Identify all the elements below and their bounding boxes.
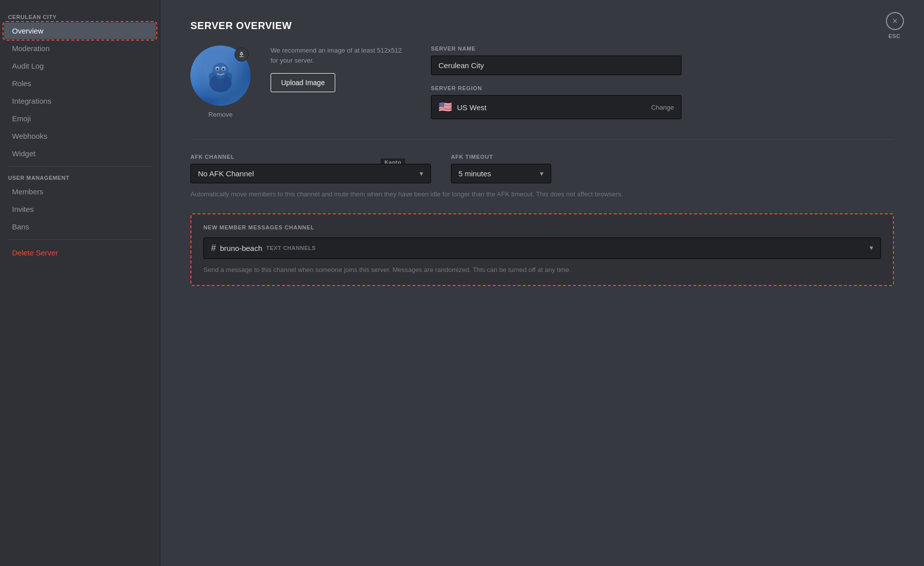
page-title: SERVER OVERVIEW xyxy=(190,20,894,32)
main-content: × ESC SERVER OVERVIEW xyxy=(160,0,924,566)
sidebar-item-widget[interactable]: Widget xyxy=(4,145,156,162)
afk-hint: Automatically move members to this chann… xyxy=(190,189,894,199)
afk-channel-select-wrapper: Kanto No AFK Channel ▼ xyxy=(190,164,431,183)
region-name: US West xyxy=(457,103,487,112)
new-member-messages-section: NEW MEMBER MESSAGES CHANNEL # bruno-beac… xyxy=(190,213,894,287)
afk-row: AFK CHANNEL Kanto No AFK Channel ▼ AFK T… xyxy=(190,154,894,183)
server-region-label: SERVER REGION xyxy=(431,85,681,91)
sidebar: CERULEAN CITY Overview Moderation Audit … xyxy=(0,0,160,566)
us-flag-icon: 🇺🇸 xyxy=(438,101,452,114)
change-region-link[interactable]: Change xyxy=(651,104,674,111)
afk-timeout-section: AFK TIMEOUT 5 minutes ▼ xyxy=(451,154,551,183)
upload-icon xyxy=(238,51,245,58)
server-image-section: Remove xyxy=(190,46,251,118)
server-overview-row: Remove We recommend an image of at least… xyxy=(190,46,894,119)
svg-point-4 xyxy=(216,68,218,70)
sidebar-item-emoji[interactable]: Emoji xyxy=(4,110,156,127)
server-name-label: SERVER NAME xyxy=(431,46,681,52)
sidebar-item-audit-log[interactable]: Audit Log xyxy=(4,58,156,74)
channel-type-badge: TEXT CHANNELS xyxy=(266,245,316,251)
avatar-upload-overlay-button[interactable] xyxy=(235,48,249,62)
server-name-input[interactable] xyxy=(431,56,681,75)
sidebar-server-name: CERULEAN CITY xyxy=(0,10,160,22)
remove-avatar-link[interactable]: Remove xyxy=(208,111,233,118)
channel-name: bruno-beach xyxy=(220,244,262,252)
afk-channel-section: AFK CHANNEL Kanto No AFK Channel ▼ xyxy=(190,154,431,183)
afk-channel-select-field-wrapper: No AFK Channel ▼ xyxy=(190,164,431,183)
avatar-image xyxy=(200,56,241,96)
channel-select-inner: # bruno-beach TEXT CHANNELS xyxy=(204,238,880,258)
sidebar-item-roles[interactable]: Roles xyxy=(4,75,156,92)
sidebar-item-moderation[interactable]: Moderation xyxy=(4,40,156,57)
afk-timeout-label: AFK TIMEOUT xyxy=(451,154,551,160)
afk-timeout-select-wrapper: 5 minutes ▼ xyxy=(451,164,551,183)
user-management-header: USER MANAGEMENT xyxy=(0,171,160,183)
delete-server-button[interactable]: Delete Server xyxy=(4,244,156,261)
sidebar-item-integrations[interactable]: Integrations xyxy=(4,93,156,109)
region-left: 🇺🇸 US West xyxy=(438,101,487,114)
new-member-hint: Send a message to this channel when some… xyxy=(203,265,881,275)
hash-icon: # xyxy=(211,243,216,253)
upload-section: We recommend an image of at least 512x51… xyxy=(271,46,411,92)
afk-timeout-select[interactable]: 5 minutes xyxy=(451,164,551,183)
channel-select-wrapper[interactable]: # bruno-beach TEXT CHANNELS ▼ xyxy=(203,237,881,259)
section-divider-1 xyxy=(190,139,894,140)
sidebar-item-webhooks[interactable]: Webhooks xyxy=(4,128,156,144)
upload-hint: We recommend an image of at least 512x51… xyxy=(271,46,411,65)
sidebar-divider-1 xyxy=(8,166,152,167)
server-region-row: 🇺🇸 US West Change xyxy=(431,95,681,119)
svg-point-5 xyxy=(222,68,224,70)
sidebar-item-overview[interactable]: Overview xyxy=(4,23,156,39)
close-button[interactable]: × xyxy=(886,12,904,30)
sidebar-item-invites[interactable]: Invites xyxy=(4,201,156,217)
channel-select-arrow-icon: ▼ xyxy=(868,244,874,251)
new-member-section-title: NEW MEMBER MESSAGES CHANNEL xyxy=(203,224,881,230)
sidebar-divider-2 xyxy=(8,239,152,240)
esc-label: ESC xyxy=(888,33,900,39)
sidebar-item-bans[interactable]: Bans xyxy=(4,218,156,235)
server-avatar-wrapper xyxy=(190,46,251,106)
afk-channel-select[interactable]: No AFK Channel xyxy=(191,164,430,183)
server-settings-section: SERVER NAME SERVER REGION 🇺🇸 US West Cha… xyxy=(431,46,681,119)
upload-image-button[interactable]: Upload Image xyxy=(271,73,335,92)
sidebar-item-members[interactable]: Members xyxy=(4,183,156,200)
